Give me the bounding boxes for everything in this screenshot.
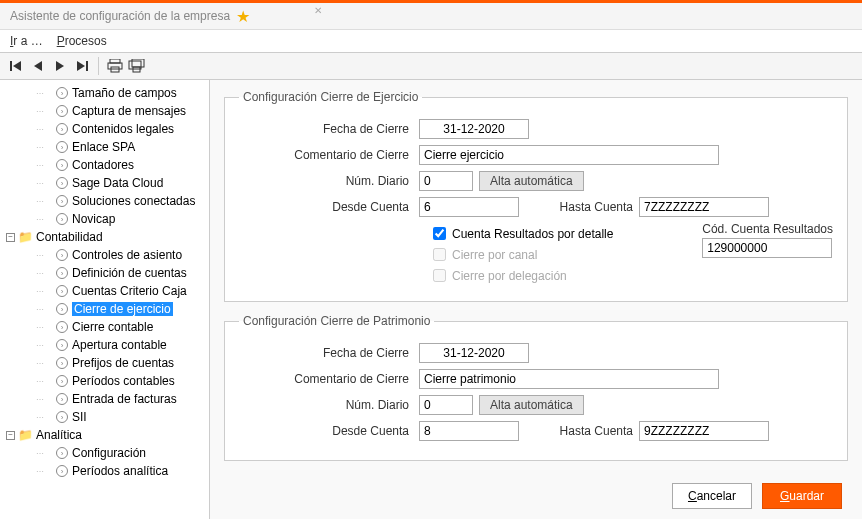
tree-folder-contabilidad[interactable]: −📁Contabilidad [0, 228, 209, 246]
bullet-icon: › [56, 141, 68, 153]
check-resultados-detalle[interactable]: Cuenta Resultados por detalle [429, 224, 682, 243]
tree-item[interactable]: ⋯›Cierre contable [0, 318, 209, 336]
bullet-icon: › [56, 249, 68, 261]
desde-cuenta-input[interactable] [419, 421, 519, 441]
tree-label: Configuración [72, 446, 146, 460]
svg-rect-5 [86, 61, 88, 71]
window-title: Asistente de configuración de la empresa [10, 9, 230, 23]
alta-automatica-button[interactable]: Alta automática [479, 171, 584, 191]
check-label: Cuenta Resultados por detalle [452, 227, 613, 241]
bullet-icon: › [56, 321, 68, 333]
tree-item[interactable]: ⋯›Contadores [0, 156, 209, 174]
star-icon[interactable]: ★ [236, 7, 250, 26]
tree-label: Analítica [36, 428, 82, 442]
tree-item[interactable]: ⋯›Tamaño de campos [0, 84, 209, 102]
tree-label: Sage Data Cloud [72, 176, 163, 190]
comentario-label: Comentario de Cierre [239, 148, 419, 162]
sidebar-tree[interactable]: ⋯›Tamaño de campos ⋯›Captura de mensajes… [0, 80, 210, 519]
numdiario-input[interactable] [419, 171, 473, 191]
tree-item[interactable]: ⋯›Cuentas Criterio Caja [0, 282, 209, 300]
prev-icon[interactable] [28, 56, 48, 76]
bullet-icon: › [56, 177, 68, 189]
alta-automatica-button[interactable]: Alta automática [479, 395, 584, 415]
collapse-icon[interactable]: − [6, 431, 15, 440]
folder-icon: 📁 [18, 230, 33, 244]
svg-rect-6 [110, 59, 120, 63]
svg-rect-0 [10, 61, 12, 71]
print-multi-icon[interactable] [127, 56, 147, 76]
tree-item[interactable]: ⋯›Períodos contables [0, 372, 209, 390]
tree-label: Definición de cuentas [72, 266, 187, 280]
tree-label: Soluciones conectadas [72, 194, 195, 208]
tree-item[interactable]: ⋯›Controles de asiento [0, 246, 209, 264]
fecha-cierre-input[interactable] [419, 343, 529, 363]
cancel-button[interactable]: Cancelar [672, 483, 752, 509]
tree-label: Cuentas Criterio Caja [72, 284, 187, 298]
bullet-icon: › [56, 447, 68, 459]
tree-label: Contabilidad [36, 230, 103, 244]
form-area: Configuración Cierre de Ejercicio Fecha … [210, 80, 862, 519]
comentario-input[interactable] [419, 369, 719, 389]
tree-item[interactable]: ⋯›Contenidos legales [0, 120, 209, 138]
tree-item[interactable]: ⋯›Soluciones conectadas [0, 192, 209, 210]
desde-cuenta-label: Desde Cuenta [239, 200, 419, 214]
svg-rect-10 [132, 59, 144, 67]
bullet-icon: › [56, 465, 68, 477]
next-icon[interactable] [50, 56, 70, 76]
print-icon[interactable] [105, 56, 125, 76]
tree-item[interactable]: ⋯›Prefijos de cuentas [0, 354, 209, 372]
bullet-icon: › [56, 393, 68, 405]
tree-label: Contenidos legales [72, 122, 174, 136]
last-icon[interactable] [72, 56, 92, 76]
tree-item[interactable]: ⋯›Sage Data Cloud [0, 174, 209, 192]
save-button[interactable]: Guardar [762, 483, 842, 509]
bullet-icon: › [56, 195, 68, 207]
menu-ir-a[interactable]: Ir a … [10, 34, 43, 48]
titlebar: Asistente de configuración de la empresa… [0, 0, 862, 30]
fecha-cierre-input[interactable] [419, 119, 529, 139]
tree-item[interactable]: ⋯›Entrada de facturas [0, 390, 209, 408]
check-cierre-canal: Cierre por canal [429, 245, 682, 264]
tree-label: Novicap [72, 212, 115, 226]
tree-label: Contadores [72, 158, 134, 172]
tree-item[interactable]: ⋯›Períodos analítica [0, 462, 209, 480]
hasta-cuenta-input[interactable] [639, 197, 769, 217]
tree-label: Períodos contables [72, 374, 175, 388]
collapse-icon[interactable]: − [6, 233, 15, 242]
footer-buttons: Cancelar Guardar [672, 483, 842, 509]
check-label: Cierre por canal [452, 248, 537, 262]
svg-marker-3 [56, 61, 64, 71]
bullet-icon: › [56, 357, 68, 369]
tree-item[interactable]: ⋯›Novicap [0, 210, 209, 228]
numdiario-input[interactable] [419, 395, 473, 415]
bullet-icon: › [56, 105, 68, 117]
checkbox[interactable] [433, 227, 446, 240]
group-cierre-patrimonio: Configuración Cierre de Patrimonio Fecha… [224, 314, 848, 461]
menu-procesos[interactable]: Procesos [57, 34, 107, 48]
tree-label: Cierre de ejercicio [72, 302, 173, 316]
tree-item[interactable]: ⋯›SII [0, 408, 209, 426]
tree-item[interactable]: ⋯›Enlace SPA [0, 138, 209, 156]
tree-folder-analitica[interactable]: −📁Analítica [0, 426, 209, 444]
tree-label: Períodos analítica [72, 464, 168, 478]
menubar: Ir a … Procesos [0, 30, 862, 52]
tree-item[interactable]: ⋯›Apertura contable [0, 336, 209, 354]
comentario-input[interactable] [419, 145, 719, 165]
fecha-cierre-label: Fecha de Cierre [239, 122, 419, 136]
desde-cuenta-input[interactable] [419, 197, 519, 217]
cod-cuenta-input[interactable] [702, 238, 832, 258]
numdiario-label: Núm. Diario [239, 174, 419, 188]
tree-item-selected[interactable]: ⋯›Cierre de ejercicio [0, 300, 209, 318]
bullet-icon: › [56, 303, 68, 315]
bullet-icon: › [56, 159, 68, 171]
tree-item[interactable]: ⋯›Definición de cuentas [0, 264, 209, 282]
hasta-cuenta-input[interactable] [639, 421, 769, 441]
bullet-icon: › [56, 87, 68, 99]
bullet-icon: › [56, 213, 68, 225]
first-icon[interactable] [6, 56, 26, 76]
close-icon[interactable]: ✕ [314, 5, 322, 16]
tree-item[interactable]: ⋯›Configuración [0, 444, 209, 462]
legend-ejercicio: Configuración Cierre de Ejercicio [239, 90, 422, 104]
tree-item[interactable]: ⋯›Captura de mensajes [0, 102, 209, 120]
group-cierre-ejercicio: Configuración Cierre de Ejercicio Fecha … [224, 90, 848, 302]
